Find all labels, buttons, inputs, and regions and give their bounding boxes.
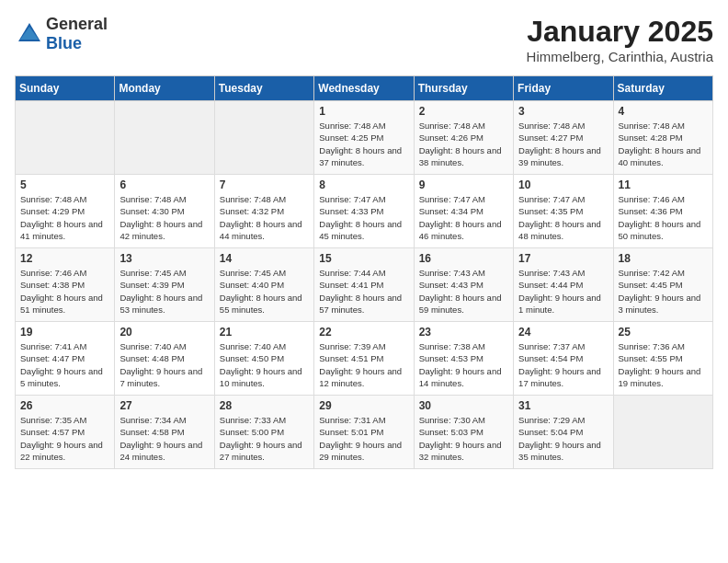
day-info: Sunrise: 7:47 AMSunset: 4:35 PMDaylight:…: [518, 193, 608, 242]
calendar-cell: 3Sunrise: 7:48 AMSunset: 4:27 PMDaylight…: [514, 101, 613, 175]
calendar-cell: 25Sunrise: 7:36 AMSunset: 4:55 PMDayligh…: [613, 322, 712, 396]
page-title: January 2025: [527, 15, 713, 49]
day-number: 5: [20, 178, 109, 191]
day-number: 9: [419, 178, 508, 191]
calendar-cell: [16, 101, 115, 175]
day-info: Sunrise: 7:40 AMSunset: 4:50 PMDaylight:…: [220, 340, 309, 389]
svg-marker-1: [20, 27, 39, 40]
day-info: Sunrise: 7:33 AMSunset: 5:00 PMDaylight:…: [220, 414, 309, 463]
day-info: Sunrise: 7:44 AMSunset: 4:41 PMDaylight:…: [319, 267, 408, 316]
day-info: Sunrise: 7:48 AMSunset: 4:25 PMDaylight:…: [319, 120, 408, 168]
calendar-cell: 11Sunrise: 7:46 AMSunset: 4:36 PMDayligh…: [613, 175, 712, 248]
day-number: 29: [319, 399, 408, 412]
day-info: Sunrise: 7:42 AMSunset: 4:45 PMDaylight:…: [619, 267, 708, 316]
calendar-cell: [115, 101, 214, 175]
day-number: 3: [518, 105, 608, 118]
day-number: 31: [518, 399, 608, 412]
calendar-cell: 13Sunrise: 7:45 AMSunset: 4:39 PMDayligh…: [115, 248, 214, 322]
calendar-cell: 14Sunrise: 7:45 AMSunset: 4:40 PMDayligh…: [214, 248, 313, 322]
day-number: 24: [518, 326, 608, 339]
day-number: 26: [20, 399, 109, 412]
day-info: Sunrise: 7:31 AMSunset: 5:01 PMDaylight:…: [319, 414, 408, 463]
day-number: 22: [319, 326, 408, 339]
calendar-week-row: 26Sunrise: 7:35 AMSunset: 4:57 PMDayligh…: [16, 396, 713, 469]
day-info: Sunrise: 7:45 AMSunset: 4:39 PMDaylight:…: [119, 267, 209, 316]
day-info: Sunrise: 7:37 AMSunset: 4:54 PMDaylight:…: [518, 340, 608, 389]
calendar-cell: 15Sunrise: 7:44 AMSunset: 4:41 PMDayligh…: [314, 248, 414, 322]
day-info: Sunrise: 7:46 AMSunset: 4:38 PMDaylight:…: [20, 267, 109, 316]
calendar-day-header: Wednesday: [314, 76, 414, 101]
calendar-cell: 1Sunrise: 7:48 AMSunset: 4:25 PMDaylight…: [314, 101, 414, 175]
calendar-day-header: Monday: [115, 76, 214, 101]
calendar-cell: 8Sunrise: 7:47 AMSunset: 4:33 PMDaylight…: [314, 175, 414, 248]
day-number: 17: [518, 252, 608, 265]
calendar-day-header: Friday: [514, 76, 613, 101]
calendar-cell: 26Sunrise: 7:35 AMSunset: 4:57 PMDayligh…: [16, 396, 115, 469]
day-info: Sunrise: 7:43 AMSunset: 4:43 PMDaylight:…: [419, 267, 508, 316]
day-info: Sunrise: 7:30 AMSunset: 5:03 PMDaylight:…: [419, 414, 508, 463]
calendar-cell: 22Sunrise: 7:39 AMSunset: 4:51 PMDayligh…: [314, 322, 414, 396]
calendar-cell: 20Sunrise: 7:40 AMSunset: 4:48 PMDayligh…: [115, 322, 214, 396]
day-info: Sunrise: 7:46 AMSunset: 4:36 PMDaylight:…: [619, 193, 708, 242]
title-block: January 2025 Himmelberg, Carinthia, Aust…: [527, 15, 713, 64]
day-info: Sunrise: 7:34 AMSunset: 4:58 PMDaylight:…: [119, 414, 209, 463]
calendar-cell: 16Sunrise: 7:43 AMSunset: 4:43 PMDayligh…: [414, 248, 513, 322]
day-number: 8: [319, 178, 408, 191]
day-info: Sunrise: 7:43 AMSunset: 4:44 PMDaylight:…: [518, 267, 608, 316]
day-number: 25: [619, 326, 708, 339]
calendar-cell: 29Sunrise: 7:31 AMSunset: 5:01 PMDayligh…: [314, 396, 414, 469]
day-info: Sunrise: 7:38 AMSunset: 4:53 PMDaylight:…: [419, 340, 508, 389]
day-number: 27: [119, 399, 209, 412]
calendar-cell: 24Sunrise: 7:37 AMSunset: 4:54 PMDayligh…: [514, 322, 613, 396]
calendar-cell: 27Sunrise: 7:34 AMSunset: 4:58 PMDayligh…: [115, 396, 214, 469]
calendar-day-header: Sunday: [16, 76, 115, 101]
day-number: 12: [20, 252, 109, 265]
page-header: General Blue January 2025 Himmelberg, Ca…: [15, 15, 713, 64]
day-number: 11: [619, 178, 708, 191]
day-number: 14: [220, 252, 309, 265]
calendar-cell: 18Sunrise: 7:42 AMSunset: 4:45 PMDayligh…: [613, 248, 712, 322]
page-subtitle: Himmelberg, Carinthia, Austria: [527, 49, 713, 64]
calendar-cell: 17Sunrise: 7:43 AMSunset: 4:44 PMDayligh…: [514, 248, 613, 322]
calendar-cell: 19Sunrise: 7:41 AMSunset: 4:47 PMDayligh…: [16, 322, 115, 396]
calendar-cell: 30Sunrise: 7:30 AMSunset: 5:03 PMDayligh…: [414, 396, 513, 469]
calendar-cell: 21Sunrise: 7:40 AMSunset: 4:50 PMDayligh…: [214, 322, 313, 396]
logo-general: General: [46, 15, 108, 33]
calendar-week-row: 19Sunrise: 7:41 AMSunset: 4:47 PMDayligh…: [16, 322, 713, 396]
day-number: 23: [419, 326, 508, 339]
day-info: Sunrise: 7:45 AMSunset: 4:40 PMDaylight:…: [220, 267, 309, 316]
day-info: Sunrise: 7:48 AMSunset: 4:30 PMDaylight:…: [119, 193, 209, 242]
day-number: 2: [419, 105, 508, 118]
day-number: 30: [419, 399, 508, 412]
day-number: 6: [119, 178, 209, 191]
day-info: Sunrise: 7:41 AMSunset: 4:47 PMDaylight:…: [20, 340, 109, 389]
day-info: Sunrise: 7:35 AMSunset: 4:57 PMDaylight:…: [20, 414, 109, 463]
day-info: Sunrise: 7:47 AMSunset: 4:33 PMDaylight:…: [319, 193, 408, 242]
logo-blue: Blue: [46, 34, 82, 52]
day-info: Sunrise: 7:36 AMSunset: 4:55 PMDaylight:…: [619, 340, 708, 389]
calendar-cell: 5Sunrise: 7:48 AMSunset: 4:29 PMDaylight…: [16, 175, 115, 248]
logo-icon: [17, 21, 42, 47]
calendar-cell: 28Sunrise: 7:33 AMSunset: 5:00 PMDayligh…: [214, 396, 313, 469]
day-number: 1: [319, 105, 408, 118]
calendar-cell: 7Sunrise: 7:48 AMSunset: 4:32 PMDaylight…: [214, 175, 313, 248]
calendar-cell: [214, 101, 313, 175]
day-number: 7: [220, 178, 309, 191]
day-info: Sunrise: 7:40 AMSunset: 4:48 PMDaylight:…: [119, 340, 209, 389]
day-info: Sunrise: 7:39 AMSunset: 4:51 PMDaylight:…: [319, 340, 408, 389]
calendar-cell: 31Sunrise: 7:29 AMSunset: 5:04 PMDayligh…: [514, 396, 613, 469]
calendar-week-row: 5Sunrise: 7:48 AMSunset: 4:29 PMDaylight…: [16, 175, 713, 248]
day-info: Sunrise: 7:47 AMSunset: 4:34 PMDaylight:…: [419, 193, 508, 242]
calendar-cell: 12Sunrise: 7:46 AMSunset: 4:38 PMDayligh…: [16, 248, 115, 322]
day-info: Sunrise: 7:48 AMSunset: 4:28 PMDaylight:…: [619, 120, 708, 168]
calendar-day-header: Thursday: [414, 76, 513, 101]
calendar-week-row: 1Sunrise: 7:48 AMSunset: 4:25 PMDaylight…: [16, 101, 713, 175]
calendar-cell: 9Sunrise: 7:47 AMSunset: 4:34 PMDaylight…: [414, 175, 513, 248]
calendar-cell: 4Sunrise: 7:48 AMSunset: 4:28 PMDaylight…: [613, 101, 712, 175]
calendar-week-row: 12Sunrise: 7:46 AMSunset: 4:38 PMDayligh…: [16, 248, 713, 322]
day-number: 21: [220, 326, 309, 339]
day-info: Sunrise: 7:48 AMSunset: 4:29 PMDaylight:…: [20, 193, 109, 242]
calendar-cell: 2Sunrise: 7:48 AMSunset: 4:26 PMDaylight…: [414, 101, 513, 175]
day-info: Sunrise: 7:48 AMSunset: 4:32 PMDaylight:…: [220, 193, 309, 242]
calendar-header-row: SundayMondayTuesdayWednesdayThursdayFrid…: [16, 76, 713, 101]
